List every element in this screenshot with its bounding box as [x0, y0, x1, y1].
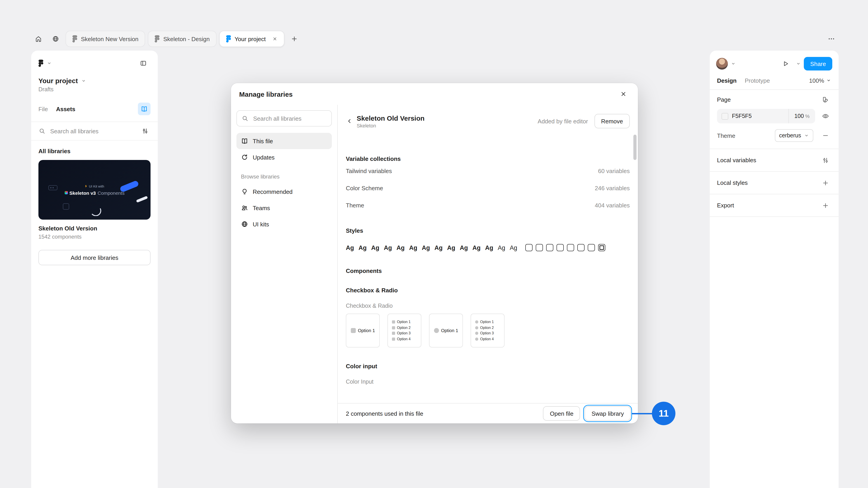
- visibility-button[interactable]: [819, 110, 831, 122]
- nav-this-file[interactable]: This file: [237, 133, 332, 149]
- library-card[interactable]: UI Kit with Skeleton v3 Components Skele…: [38, 160, 151, 240]
- thumb-title: Skeleton v3: [69, 190, 96, 195]
- close-icon: [272, 36, 277, 41]
- figma-main-menu[interactable]: [38, 60, 52, 67]
- tab-prototype[interactable]: Prototype: [745, 77, 770, 84]
- theme-select[interactable]: cerberus: [775, 129, 813, 142]
- deco-square: [63, 203, 69, 210]
- globe-icon: [241, 221, 248, 228]
- globe-icon: [52, 35, 59, 42]
- toggle-sidebar-button[interactable]: [136, 56, 151, 70]
- nav-updates[interactable]: Updates: [237, 149, 332, 165]
- spark-icon: [85, 185, 87, 188]
- checkbox-icon: [392, 332, 395, 335]
- nav-teams[interactable]: Teams: [237, 200, 332, 216]
- remove-theme-button[interactable]: [819, 130, 831, 141]
- page-opacity-field[interactable]: 100 %: [789, 113, 815, 119]
- tab-your-project[interactable]: Your project: [219, 31, 284, 47]
- open-variables-button[interactable]: [819, 154, 831, 166]
- new-tab-button[interactable]: [287, 32, 301, 46]
- modal-close-button[interactable]: [617, 88, 630, 100]
- tab-label: Skeleton New Version: [81, 35, 138, 42]
- library-title: Skeleton Old Version: [38, 225, 151, 232]
- add-export-button[interactable]: [819, 199, 831, 211]
- tab-assets[interactable]: Assets: [56, 105, 75, 112]
- community-button[interactable]: [49, 32, 63, 46]
- swap-library-button[interactable]: Swap library: [585, 406, 631, 421]
- color-swatch[interactable]: [721, 113, 728, 120]
- modal-nav-panel: This file Updates Browse libraries Recom…: [231, 105, 338, 423]
- figma-app: Skeleton New Version Skeleton - Design Y…: [0, 0, 868, 488]
- search-icon: [241, 115, 249, 122]
- checkbox-icon: [350, 328, 355, 333]
- modal-title: Manage libraries: [239, 90, 293, 98]
- modal-search-input[interactable]: [252, 115, 327, 122]
- local-variables-section[interactable]: Local variables: [710, 149, 839, 171]
- window-more-button[interactable]: [824, 32, 839, 46]
- text-style-sample: Ag: [460, 244, 468, 251]
- local-styles-section[interactable]: Local styles: [710, 171, 839, 194]
- tab-design[interactable]: Design: [717, 77, 737, 84]
- chevron-down-icon[interactable]: [731, 61, 736, 66]
- eye-icon: [822, 112, 829, 120]
- grid-style-sample: [557, 244, 564, 251]
- filter-button[interactable]: [140, 126, 151, 136]
- text-style-sample: Ag: [510, 244, 517, 251]
- open-file-button[interactable]: Open file: [543, 406, 580, 421]
- component-group-subtitle: Checkbox & Radio: [346, 303, 630, 309]
- tab-close-button[interactable]: [272, 36, 277, 41]
- chevron-left-icon: [346, 118, 353, 125]
- remove-button[interactable]: Remove: [594, 114, 630, 128]
- thumb-title-suffix: Components: [98, 190, 125, 195]
- color-input-heading: Color input: [346, 363, 630, 369]
- home-button[interactable]: [31, 32, 46, 46]
- deco-pill: [136, 196, 148, 203]
- add-more-libraries-button[interactable]: Add more libraries: [38, 250, 151, 265]
- tab-skeleton-design[interactable]: Skeleton - Design: [148, 31, 216, 47]
- chevron-down-icon: [46, 61, 52, 66]
- grid-style-sample: [588, 244, 595, 251]
- percent-sign: %: [805, 113, 810, 119]
- page-color-field[interactable]: F5F5F5: [717, 113, 788, 120]
- plus-icon: [822, 202, 829, 209]
- grid-style-sample: [546, 244, 553, 251]
- text-style-sample: Ag: [397, 244, 405, 251]
- project-switcher[interactable]: Your project: [38, 77, 151, 85]
- text-style-sample: Ag: [447, 244, 455, 251]
- back-button[interactable]: [343, 115, 356, 127]
- modal-scrollbar[interactable]: [633, 135, 637, 160]
- text-style-sample: Ag: [498, 244, 505, 251]
- close-icon: [620, 90, 627, 98]
- figma-logo-icon: [38, 60, 43, 67]
- grid-style-samples: [525, 244, 605, 251]
- tab-file[interactable]: File: [38, 105, 48, 112]
- share-button[interactable]: Share: [804, 57, 832, 70]
- zoom-menu[interactable]: 100%: [809, 77, 832, 84]
- minus-icon: [822, 132, 829, 139]
- nav-recommended[interactable]: Recommended: [237, 184, 332, 200]
- checkbox-icon: [392, 321, 395, 324]
- tab-skeleton-new-version[interactable]: Skeleton New Version: [66, 31, 145, 47]
- text-style-sample: Ag: [485, 244, 493, 251]
- present-button[interactable]: [779, 57, 793, 71]
- chevron-down-icon[interactable]: [796, 61, 801, 66]
- project-location: Drafts: [38, 86, 151, 93]
- home-icon: [35, 35, 42, 42]
- plus-icon: [822, 179, 829, 186]
- nav-ui-kits[interactable]: UI kits: [237, 216, 332, 232]
- sidebar-search-input[interactable]: [49, 127, 136, 135]
- play-icon: [782, 60, 789, 67]
- radio-icon: [475, 321, 478, 324]
- skeleton-logo-icon: [64, 191, 68, 194]
- libraries-button[interactable]: [138, 103, 151, 115]
- figma-file-icon: [226, 35, 231, 42]
- add-style-button[interactable]: [819, 177, 831, 189]
- radio-icon: [475, 337, 478, 341]
- export-section[interactable]: Export: [710, 194, 839, 217]
- page-settings-button[interactable]: [819, 94, 831, 105]
- avatar[interactable]: [716, 58, 728, 70]
- theme-label: Theme: [717, 132, 735, 139]
- book-open-icon: [141, 105, 148, 112]
- filter-sliders-icon: [142, 127, 149, 135]
- chevron-down-icon: [826, 78, 831, 83]
